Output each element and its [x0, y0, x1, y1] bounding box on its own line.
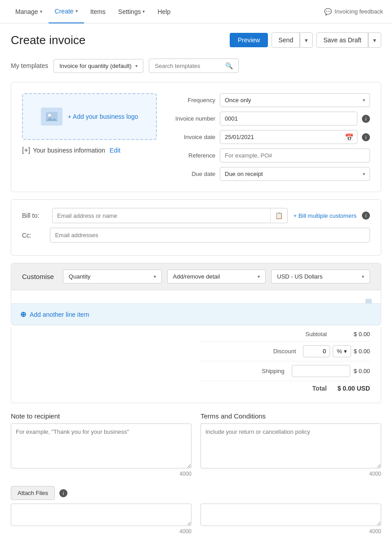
send-arrow-button[interactable]: ▾	[300, 32, 313, 48]
edit-business-info-link[interactable]: Edit	[110, 147, 120, 154]
add-line-item-button[interactable]: ⊕ Add another line item	[11, 304, 381, 325]
subtotal-label: Subtotal	[199, 331, 334, 338]
frequency-select[interactable]: Once only ▾	[220, 93, 370, 107]
due-date-select[interactable]: Due on receipt ▾	[220, 167, 370, 181]
invoice-date-input[interactable]	[220, 130, 357, 144]
search-templates-input[interactable]	[155, 63, 222, 69]
nav-items[interactable]: Items	[84, 0, 112, 23]
chevron-down-icon: ▾	[362, 274, 364, 279]
due-date-row: Due date Due on receipt ▾	[166, 167, 370, 181]
chevron-down-icon: ▾	[363, 98, 365, 103]
invoice-details-section: + Add your business logo [+] Your busine…	[11, 82, 381, 192]
logo-upload-box[interactable]: + Add your business logo	[22, 93, 157, 140]
discount-type-select[interactable]: % ▾	[333, 345, 351, 357]
contact-book-icon[interactable]: 📋	[270, 208, 287, 223]
attach-char-count-2: 4000	[200, 528, 381, 535]
attach-textarea-2[interactable]	[200, 504, 381, 526]
save-draft-split-button: Save as Draft ▾	[316, 32, 381, 48]
save-draft-arrow-button[interactable]: ▾	[368, 32, 381, 48]
chevron-down-icon: ▾	[344, 348, 347, 355]
nav-settings[interactable]: Settings ▾	[112, 0, 151, 23]
total-row: Total $ 0.00 USD	[199, 381, 370, 396]
send-split-button: Send ▾	[272, 32, 313, 48]
customise-bar: Customise Quantity ▾ Add/remove detail ▾…	[11, 263, 381, 290]
attach-char-count-1: 4000	[11, 528, 192, 535]
send-button[interactable]: Send	[272, 32, 300, 48]
subtotal-value: $ 0.00	[334, 331, 370, 338]
shipping-input[interactable]	[292, 365, 350, 377]
header-actions: Preview Send ▾ Save as Draft ▾	[230, 32, 381, 48]
invoice-number-row: Invoice number i	[166, 112, 370, 126]
invoice-date-row: Invoice date 📅 i	[166, 130, 370, 144]
templates-bar: My templates Invoice for quantity (defau…	[11, 58, 381, 73]
chevron-down-icon: ▾	[363, 171, 365, 176]
invoice-date-info-icon[interactable]: i	[362, 133, 370, 141]
calendar-icon[interactable]: 📅	[345, 133, 354, 141]
total-label: Total	[199, 385, 334, 392]
bill-to-info-icon[interactable]: i	[362, 212, 370, 220]
due-date-field: Due on receipt ▾	[220, 167, 370, 181]
bracket-icon: [+]	[22, 146, 30, 154]
notes-char-count: 4000	[11, 471, 192, 477]
frequency-label: Frequency	[166, 97, 215, 104]
discount-label: Discount	[199, 348, 303, 355]
subtotal-row: Subtotal $ 0.00	[199, 327, 370, 342]
attach-textarea-1[interactable]	[11, 504, 192, 526]
discount-controls: % ▾ $ 0.00	[303, 345, 370, 357]
image-icon	[41, 108, 62, 126]
discount-amount-input[interactable]	[303, 345, 330, 357]
notes-terms-row: Note to recipient 4000 Terms and Conditi…	[11, 412, 381, 477]
chevron-down-icon: ▾	[154, 274, 156, 279]
detail-select[interactable]: Add/remove detail ▾	[167, 270, 266, 284]
reference-label: Reference	[166, 152, 215, 159]
template-select[interactable]: Invoice for quantity (default) ▾	[53, 59, 143, 73]
bill-to-row: Bill to: 📋 + Bill multiple customers i	[22, 208, 370, 223]
notes-textarea[interactable]	[11, 423, 192, 468]
chevron-down-icon: ▾	[143, 9, 145, 14]
cc-row: Cc:	[22, 228, 370, 243]
terms-section: Terms and Conditions 4000	[200, 412, 381, 477]
terms-char-count: 4000	[200, 471, 381, 477]
quantity-select[interactable]: Quantity ▾	[63, 270, 162, 284]
add-logo-text: + Add your business logo	[68, 113, 138, 120]
attach-info-icon-1[interactable]: i	[59, 489, 67, 497]
bill-to-label: Bill to:	[22, 212, 47, 219]
notes-title: Note to recipient	[11, 412, 192, 420]
nav-create[interactable]: Create ▾	[49, 0, 84, 23]
discount-value: $ 0.00	[354, 348, 370, 355]
business-info-row: [+] Your business information Edit	[22, 146, 157, 154]
cc-input[interactable]	[50, 228, 370, 243]
bill-multiple-link[interactable]: + Bill multiple customers	[293, 212, 356, 219]
nav-manage[interactable]: Manage ▾	[9, 0, 49, 23]
attach-section-1: Attach Files i 4000 4000	[11, 486, 381, 535]
currency-select[interactable]: USD - US Dollars ▾	[271, 270, 370, 284]
shipping-value: $ 0.00	[354, 368, 370, 374]
invoicing-feedback-link[interactable]: 💬 Invoicing feedback	[324, 8, 383, 15]
reference-field	[220, 148, 370, 162]
templates-label: My templates	[11, 62, 48, 69]
notes-section: Note to recipient 4000	[11, 412, 192, 477]
invoice-number-input[interactable]	[220, 112, 357, 126]
invoice-number-info-icon[interactable]: i	[362, 115, 370, 123]
chevron-down-icon: ▾	[258, 274, 260, 279]
due-date-label: Due date	[166, 171, 215, 177]
frequency-field: Once only ▾	[220, 93, 370, 107]
discount-row: Discount % ▾ $ 0.00	[199, 342, 370, 361]
page-header: Create invoice Preview Send ▾ Save as Dr…	[11, 32, 381, 48]
shipping-label: Shipping	[199, 368, 292, 374]
preview-button[interactable]: Preview	[230, 33, 268, 47]
attach-textarea-wrap-2	[200, 504, 381, 527]
shipping-row: Shipping $ 0.00	[199, 361, 370, 381]
bill-to-input[interactable]	[53, 209, 270, 223]
invoice-fields: Frequency Once only ▾ Invoice number	[166, 93, 370, 181]
save-draft-button[interactable]: Save as Draft	[316, 32, 368, 48]
reference-input[interactable]	[220, 148, 370, 162]
chevron-down-icon: ▾	[76, 9, 78, 14]
cc-label: Cc:	[22, 232, 45, 239]
terms-textarea[interactable]	[200, 423, 381, 468]
invoice-date-label: Invoice date	[166, 134, 215, 140]
attach-files-button-1[interactable]: Attach Files	[11, 486, 55, 500]
nav-help[interactable]: Help	[151, 0, 177, 23]
search-templates-container: 🔍	[149, 58, 239, 73]
plus-icon: ⊕	[20, 310, 26, 319]
